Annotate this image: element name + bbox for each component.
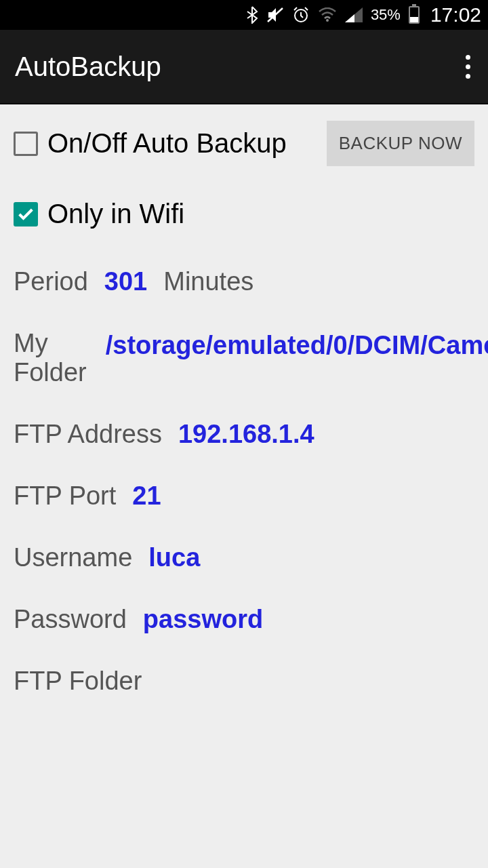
ftp-port-value: 21 xyxy=(132,481,161,511)
folder-label: My Folder xyxy=(14,329,87,387)
ftp-port-label: FTP Port xyxy=(14,481,116,511)
period-setting[interactable]: Period 301 Minutes xyxy=(14,267,474,296)
more-options-icon[interactable] xyxy=(463,50,473,84)
ftp-address-value: 192.168.1.4 xyxy=(178,420,314,449)
password-setting[interactable]: Password password xyxy=(14,605,474,634)
ftp-port-setting[interactable]: FTP Port 21 xyxy=(14,481,474,511)
alarm-icon xyxy=(292,6,310,24)
wifi-icon xyxy=(318,7,337,22)
svg-line-3 xyxy=(305,7,308,10)
ftp-folder-setting[interactable]: FTP Folder xyxy=(14,667,474,696)
username-value: luca xyxy=(148,543,200,572)
svg-line-2 xyxy=(294,7,297,10)
username-label: Username xyxy=(14,543,132,572)
battery-percent: 35% xyxy=(371,6,401,24)
ftp-folder-label: FTP Folder xyxy=(14,667,142,696)
folder-value: /storage/emulated/0/DCIM/Camera xyxy=(106,329,488,362)
bluetooth-icon xyxy=(246,6,258,24)
period-unit: Minutes xyxy=(163,267,253,296)
folder-setting[interactable]: My Folder /storage/emulated/0/DCIM/Camer… xyxy=(14,329,474,387)
ftp-address-label: FTP Address xyxy=(14,420,162,449)
checkbox-checked-icon xyxy=(14,202,38,226)
svg-point-4 xyxy=(326,19,329,22)
status-time: 17:02 xyxy=(430,3,481,26)
password-value: password xyxy=(143,605,263,634)
password-label: Password xyxy=(14,605,127,634)
period-label: Period xyxy=(14,267,88,296)
battery-icon xyxy=(409,6,420,24)
wifi-only-label: Only in Wifi xyxy=(47,199,184,229)
backup-now-button[interactable]: BACKUP NOW xyxy=(327,121,474,166)
app-bar: AutoBackup xyxy=(0,30,488,104)
main-content: On/Off Auto Backup BACKUP NOW Only in Wi… xyxy=(0,104,488,745)
ftp-address-setting[interactable]: FTP Address 192.168.1.4 xyxy=(14,420,474,449)
auto-backup-label: On/Off Auto Backup xyxy=(47,128,287,159)
period-value: 301 xyxy=(104,267,147,296)
signal-icon xyxy=(345,7,363,22)
wifi-only-toggle[interactable]: Only in Wifi xyxy=(14,199,474,229)
auto-backup-toggle[interactable]: On/Off Auto Backup xyxy=(14,128,287,159)
status-bar: 35% 17:02 xyxy=(0,0,488,30)
mute-icon xyxy=(266,7,284,23)
username-setting[interactable]: Username luca xyxy=(14,543,474,572)
checkbox-unchecked-icon xyxy=(14,132,38,156)
app-title: AutoBackup xyxy=(15,52,161,82)
